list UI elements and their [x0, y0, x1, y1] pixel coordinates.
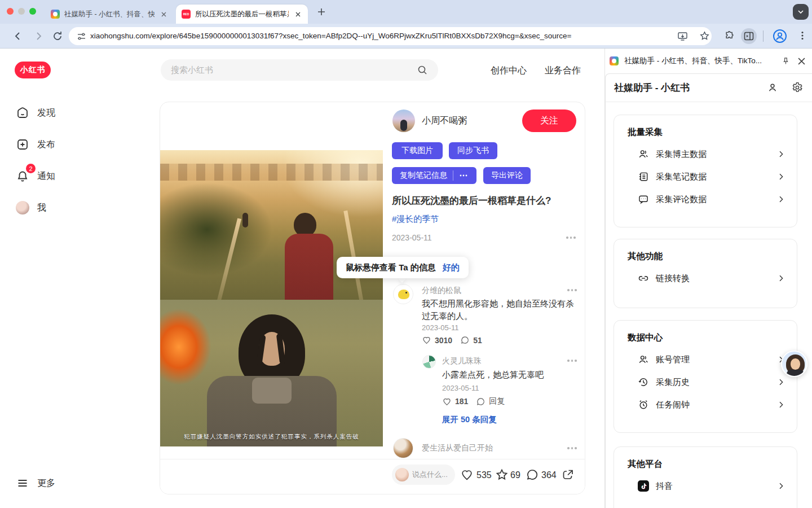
extensions-icon[interactable]	[724, 30, 735, 42]
copy-note-info-label[interactable]: 复制笔记信息	[392, 170, 453, 181]
sidebar-item-publish[interactable]: 发布	[12, 133, 114, 156]
sidebar-item-me[interactable]: 我	[12, 196, 114, 219]
profile-avatar[interactable]	[773, 29, 787, 43]
panel-item-link-convert[interactable]: 链接转换	[628, 267, 785, 290]
traffic-minimize-button[interactable]	[18, 8, 25, 15]
xiaohongshu-logo[interactable]: 小红书	[15, 62, 51, 78]
pin-icon[interactable]	[782, 57, 790, 65]
reply-like-row: 181 回复	[442, 396, 505, 406]
sidebar-item-label: 我	[37, 202, 46, 214]
panel-item-label: 账号管理	[656, 354, 770, 365]
send-to-device-icon[interactable]	[677, 31, 688, 42]
plus-square-icon	[16, 138, 29, 151]
tab-close-icon[interactable]	[293, 10, 302, 19]
new-tab-button[interactable]	[317, 7, 326, 16]
assistant-floating-avatar[interactable]	[781, 351, 807, 377]
site-settings-icon[interactable]	[77, 32, 86, 41]
toolbar-divider	[763, 30, 764, 42]
sidebar-item-more[interactable]: 更多	[12, 472, 114, 494]
author-avatar[interactable]	[392, 110, 415, 132]
heart-icon[interactable]	[422, 335, 431, 345]
hamburger-icon	[16, 476, 29, 490]
comment-reply-count: 51	[473, 336, 482, 345]
comment-input[interactable]: 说点什么...	[392, 465, 455, 485]
account-icon[interactable]	[767, 82, 778, 93]
panel-title: 社媒助手 - 小红书	[614, 81, 767, 94]
user-avatar	[16, 201, 29, 214]
sidebar-item-discover[interactable]: 发现	[12, 102, 114, 124]
like-icon[interactable]	[460, 468, 474, 481]
sync-feishu-button[interactable]: 同步飞书	[449, 142, 497, 159]
panel-item-label: 采集历史	[656, 377, 770, 388]
panel-item-label: 抖音	[656, 481, 770, 492]
commenter-avatar[interactable]	[393, 284, 413, 304]
panel-card-batch-collect: 批量采集 采集博主数据 采集笔记数据 采集评论数据	[614, 115, 797, 227]
gear-icon[interactable]	[792, 82, 803, 93]
expand-replies-link[interactable]: 展开 50 条回复	[442, 414, 497, 425]
reload-button[interactable]	[52, 30, 63, 42]
panel-item-account-manage[interactable]: 账号管理	[628, 348, 785, 371]
sidebar-item-label: 更多	[37, 478, 55, 489]
download-images-button[interactable]: 下载图片	[392, 142, 443, 159]
panel-item-collect-blogger[interactable]: 采集博主数据	[628, 143, 785, 165]
reply-bubble-icon[interactable]	[476, 397, 486, 406]
post-image-field[interactable]: 犯罪嫌疑人沈墨向警方如实供述了犯罪事实，系列杀人案告破	[160, 300, 383, 446]
reply-avatar[interactable]	[422, 355, 436, 369]
more-copy-options-icon[interactable]	[453, 174, 473, 177]
reply-name[interactable]: 火灵儿珠珠	[442, 356, 482, 366]
commenter-avatar[interactable]	[393, 438, 413, 458]
chevron-right-icon	[776, 150, 785, 159]
search-icon[interactable]	[417, 64, 428, 76]
collect-count: 69	[510, 470, 520, 480]
tab-search-button[interactable]	[793, 4, 809, 20]
panel-item-douyin[interactable]: 抖音	[628, 475, 785, 497]
follow-button[interactable]: 关注	[522, 110, 576, 132]
douyin-icon	[638, 480, 649, 492]
share-icon[interactable]	[561, 468, 575, 481]
chevron-right-icon	[776, 172, 785, 181]
forward-button[interactable]	[33, 30, 44, 42]
author-name[interactable]: 小周不喝粥	[422, 115, 467, 127]
comment-like-count: 3010	[435, 336, 452, 345]
avatar-face	[791, 358, 800, 370]
comments-icon[interactable]	[526, 468, 539, 481]
tooltip-ok-button[interactable]: 好的	[443, 262, 460, 273]
comment-more-icon[interactable]	[567, 289, 577, 291]
search-input[interactable]: 搜索小红书	[161, 59, 438, 81]
link-icon	[638, 273, 649, 284]
panel-card-other-platforms: 其他平台 抖音	[614, 446, 797, 508]
close-panel-icon[interactable]	[798, 58, 805, 65]
comment-more-icon[interactable]	[567, 360, 577, 362]
bookmark-star-icon[interactable]	[699, 30, 710, 41]
browser-menu-icon[interactable]	[797, 30, 807, 41]
commenter-name[interactable]: 分维的松鼠	[422, 286, 461, 296]
browser-tab-strip: 社媒助手 - 小红书、抖音、快手 RED 所以压死沈墨的最后一根稻草是	[0, 0, 812, 24]
commenter-name[interactable]: 爱生活从爱自己开始	[422, 443, 493, 453]
panel-item-collect-comments[interactable]: 采集评论数据	[628, 188, 785, 211]
copy-note-info-button[interactable]: 复制笔记信息	[392, 167, 476, 184]
figure-head	[294, 213, 316, 237]
traffic-close-button[interactable]	[7, 8, 14, 15]
note-hashtag[interactable]: #漫长的季节	[392, 214, 439, 225]
creator-center-link[interactable]: 创作中心	[491, 65, 527, 77]
note-more-icon[interactable]	[566, 237, 576, 239]
tab-assistant[interactable]: 社媒助手 - 小红书、抖音、快手	[45, 5, 174, 24]
export-comments-button[interactable]: 导出评论	[483, 167, 531, 184]
comment-count: 364	[541, 470, 557, 480]
panel-item-collect-notes[interactable]: 采集笔记数据	[628, 165, 785, 188]
subtitle-caption: 犯罪嫌疑人沈墨向警方如实供述了犯罪事实，系列杀人案告破	[160, 433, 383, 441]
reply-bubble-icon[interactable]	[460, 335, 470, 345]
comment-more-icon[interactable]	[567, 447, 577, 449]
back-button[interactable]	[12, 30, 24, 42]
reply-date: 2023-05-11	[442, 384, 479, 392]
panel-item-collect-history[interactable]: 采集历史	[628, 371, 785, 393]
reply-action-label[interactable]: 回复	[489, 396, 505, 406]
heart-icon[interactable]	[442, 397, 452, 406]
business-link[interactable]: 业务合作	[545, 65, 581, 77]
collect-star-icon[interactable]	[495, 468, 509, 481]
tab-close-icon[interactable]	[159, 10, 168, 19]
traffic-zoom-button[interactable]	[29, 8, 36, 15]
side-panel-header: 社媒助手 - 小红书、抖音、快手、TikTo...	[605, 49, 812, 73]
panel-item-task-alarm[interactable]: 任务闹钟	[628, 393, 785, 416]
tab-note-active[interactable]: RED 所以压死沈墨的最后一根稻草是	[176, 5, 308, 24]
